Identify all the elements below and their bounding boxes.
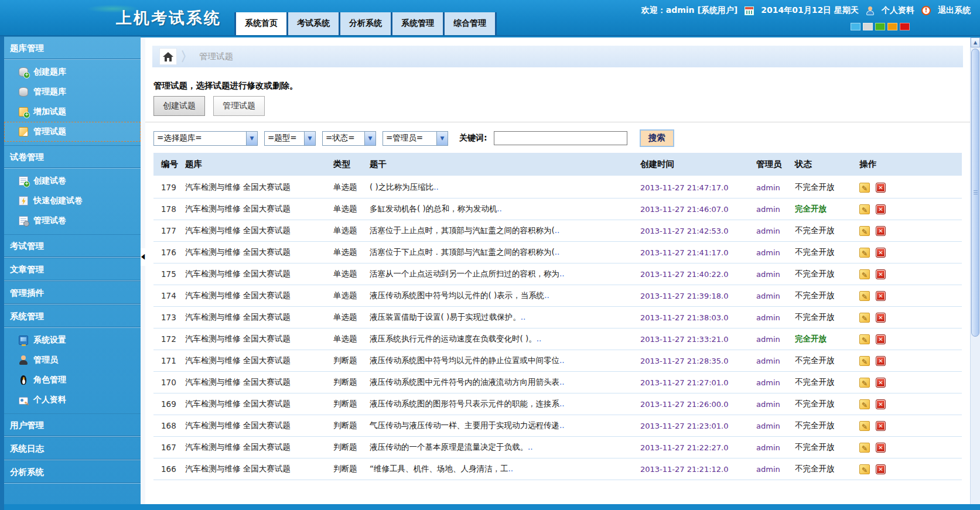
delete-icon[interactable]: ✕ [876, 356, 886, 366]
cell-created[interactable]: 2013-11-27 21:40:22.0 [638, 270, 754, 279]
stem-more-link[interactable]: .. [497, 204, 502, 213]
cell-created[interactable]: 2013-11-27 21:23:01.0 [638, 422, 754, 430]
cell-created[interactable]: 2013-11-27 21:21:12.0 [638, 465, 754, 474]
sidebar-section-8[interactable]: 分析系统 [4, 460, 141, 484]
cell-created[interactable]: 2013-11-27 21:33:21.0 [638, 335, 754, 344]
edit-icon[interactable] [859, 226, 870, 236]
sidebar-item[interactable]: 角色管理 [4, 370, 141, 390]
cell-admin[interactable]: admin [754, 400, 793, 409]
delete-icon[interactable]: ✕ [876, 313, 886, 323]
sidebar-item[interactable]: 增加试题 [4, 102, 141, 122]
delete-icon[interactable]: ✕ [876, 291, 886, 301]
cell-admin[interactable]: admin [754, 357, 793, 365]
sidebar-section-3[interactable]: 文章管理 [4, 258, 141, 281]
tab-3[interactable]: 系统管理 [391, 12, 443, 35]
edit-icon[interactable] [859, 378, 870, 388]
cell-admin[interactable]: admin [754, 183, 793, 192]
sidebar-collapse-handle[interactable]: ◀ [141, 248, 145, 266]
theme-swatch-3[interactable] [887, 23, 897, 30]
stem-more-link[interactable]: .. [555, 225, 560, 235]
cell-admin[interactable]: admin [754, 378, 793, 387]
stem-more-link[interactable]: .. [537, 334, 542, 343]
create-question-button[interactable]: 创建试题 [153, 96, 205, 116]
cell-created[interactable]: 2013-11-27 21:42:53.0 [638, 227, 754, 235]
sidebar-item[interactable]: 管理试卷 [4, 211, 141, 231]
delete-icon[interactable]: ✕ [876, 248, 886, 258]
tab-2[interactable]: 分析系统 [339, 12, 391, 35]
sidebar-item[interactable]: 管理试题 [4, 122, 141, 142]
delete-icon[interactable]: ✕ [876, 464, 886, 474]
edit-icon[interactable] [859, 443, 870, 453]
stem-more-link[interactable]: .. [521, 312, 526, 321]
edit-icon[interactable] [859, 334, 870, 344]
stem-more-link[interactable]: .. [508, 464, 514, 473]
sidebar-item[interactable]: 创建题库 [4, 62, 141, 82]
manage-question-button[interactable]: 管理试题 [213, 96, 265, 116]
cell-created[interactable]: 2013-11-27 21:22:27.0 [638, 443, 754, 452]
sidebar-item[interactable]: 个人资料 [4, 390, 141, 410]
stem-more-link[interactable]: .. [559, 420, 565, 430]
delete-icon[interactable]: ✕ [876, 421, 886, 431]
delete-icon[interactable]: ✕ [876, 378, 886, 388]
stem-more-link[interactable]: .. [544, 290, 549, 300]
home-icon[interactable] [159, 48, 177, 65]
theme-swatch-4[interactable] [900, 23, 910, 30]
sidebar-section-4[interactable]: 管理插件 [4, 281, 141, 304]
sidebar-section-6[interactable]: 用户管理 [4, 413, 141, 437]
vertical-scrollbar[interactable]: ▲ [970, 37, 980, 504]
sidebar-item[interactable]: 管理员 [4, 350, 141, 370]
stem-more-link[interactable]: .. [559, 355, 565, 365]
edit-icon[interactable] [859, 204, 870, 214]
edit-icon[interactable] [859, 464, 870, 474]
profile-link[interactable]: 个人资料 [882, 5, 914, 16]
cell-created[interactable]: 2013-11-27 21:39:18.0 [638, 292, 754, 300]
edit-icon[interactable] [859, 291, 870, 301]
cell-admin[interactable]: admin [754, 465, 793, 474]
cell-created[interactable]: 2013-11-27 21:47:17.0 [638, 183, 754, 192]
sidebar-section-0[interactable]: 题库管理 [4, 36, 141, 60]
sidebar-item[interactable]: 快速创建试卷 [4, 191, 141, 211]
cell-created[interactable]: 2013-11-27 21:41:17.0 [638, 248, 754, 257]
edit-icon[interactable] [859, 356, 870, 366]
sidebar-item[interactable]: 系统设置 [4, 330, 141, 350]
delete-icon[interactable]: ✕ [876, 269, 886, 279]
theme-swatch-0[interactable] [851, 23, 861, 30]
stem-more-link[interactable]: .. [433, 182, 439, 191]
tab-4[interactable]: 综合管理 [443, 12, 495, 35]
stem-more-link[interactable]: .. [559, 399, 565, 408]
cell-admin[interactable]: admin [754, 270, 793, 279]
filter-select-3[interactable]: =管理员=▼ [383, 131, 448, 146]
cell-admin[interactable]: admin [754, 292, 793, 300]
delete-icon[interactable]: ✕ [876, 226, 886, 236]
tab-1[interactable]: 考试系统 [286, 12, 339, 35]
cell-created[interactable]: 2013-11-27 21:27:01.0 [638, 378, 754, 387]
cell-admin[interactable]: admin [754, 227, 793, 235]
search-button[interactable]: 搜索 [640, 129, 674, 147]
tab-0[interactable]: 系统首页 [234, 12, 286, 35]
sidebar-section-7[interactable]: 系统日志 [4, 437, 141, 460]
keyword-input[interactable] [494, 131, 627, 145]
edit-icon[interactable] [859, 183, 870, 193]
scroll-up-button[interactable]: ▲ [971, 37, 980, 47]
sidebar-section-5[interactable]: 系统管理 [4, 304, 141, 328]
sidebar-section-1[interactable]: 试卷管理 [4, 145, 141, 169]
cell-admin[interactable]: admin [754, 335, 793, 344]
sidebar-item[interactable]: 创建试卷 [4, 171, 141, 191]
sidebar-section-2[interactable]: 考试管理 [4, 234, 141, 258]
edit-icon[interactable] [859, 313, 870, 323]
delete-icon[interactable]: ✕ [876, 204, 886, 214]
delete-icon[interactable]: ✕ [876, 399, 886, 409]
stem-more-link[interactable]: .. [528, 442, 533, 451]
cell-admin[interactable]: admin [754, 443, 793, 452]
edit-icon[interactable] [859, 248, 870, 258]
logout-link[interactable]: 退出系统 [938, 5, 971, 16]
scrollbar-thumb[interactable] [971, 49, 979, 337]
stem-more-link[interactable]: .. [559, 377, 565, 386]
sidebar-item[interactable]: 管理题库 [4, 82, 141, 102]
cell-admin[interactable]: admin [754, 313, 793, 322]
delete-icon[interactable]: ✕ [876, 183, 886, 193]
cell-admin[interactable]: admin [754, 422, 793, 430]
cell-admin[interactable]: admin [754, 205, 793, 214]
edit-icon[interactable] [859, 269, 870, 279]
theme-swatch-2[interactable] [875, 23, 885, 30]
